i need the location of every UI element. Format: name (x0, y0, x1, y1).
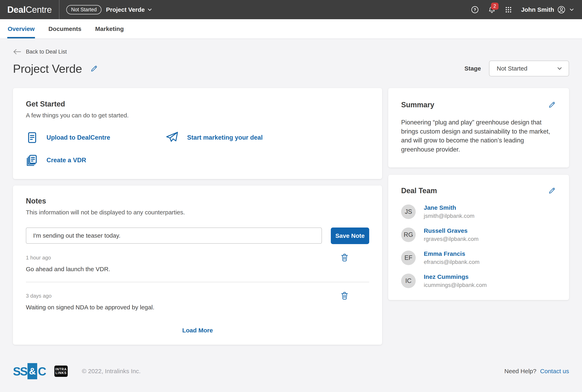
svg-text:?: ? (474, 8, 476, 12)
pencil-icon (90, 64, 98, 72)
summary-text: Pioneering “plug and play” greenhouse de… (401, 118, 556, 154)
create-vdr-label: Create a VDR (46, 156, 86, 164)
avatar: RG (401, 228, 416, 242)
stage-label: Stage (464, 65, 481, 72)
deal-stage-badge: Not Started (66, 5, 102, 14)
avatar: EF (401, 250, 416, 265)
pencil-icon (548, 101, 556, 109)
member-email: icummings@ilpbank.com (424, 282, 487, 288)
intralinks-logo: INTRA LINKS (54, 366, 68, 377)
tab-marketing[interactable]: Marketing (95, 19, 124, 38)
chevron-down-icon (569, 7, 575, 13)
team-member-row: RG Russell Graves rgraves@ilpbank.com (401, 227, 556, 242)
team-member-row: JS Jane Smith jsmith@ilpbank.com (401, 204, 556, 219)
load-more-button[interactable]: Load More (182, 327, 213, 334)
deal-overview-content: Back to Deal List Project Verde Stage No… (0, 38, 582, 358)
tab-overview[interactable]: Overview (7, 19, 35, 38)
member-name-link[interactable]: Emma Francis (424, 250, 480, 257)
documents-stack-icon (26, 154, 38, 166)
need-help-text: Need Help? (504, 368, 536, 374)
deal-tab-bar: Overview Documents Marketing (0, 19, 582, 38)
summary-title: Summary (401, 101, 434, 109)
upload-to-dealcentre-link[interactable]: Upload to DealCentre (26, 130, 110, 145)
send-plane-icon (165, 130, 179, 145)
save-note-button[interactable]: Save Note (331, 228, 369, 244)
member-email: rgraves@ilpbank.com (424, 236, 478, 242)
ssc-logo: SS & C (13, 363, 46, 379)
notes-subtitle: This information will not be displayed t… (26, 209, 369, 216)
edit-deal-team-button[interactable] (548, 186, 556, 194)
ssc-logo-amp: & (28, 363, 37, 379)
help-icon: ? (471, 6, 479, 14)
start-marketing-link[interactable]: Start marketing your deal (165, 130, 263, 145)
deal-switcher-label: Project Verde (106, 6, 145, 13)
upload-link-label: Upload to DealCentre (46, 134, 110, 141)
member-email: efrancis@ilpbank.com (424, 259, 480, 265)
note-text: Go ahead and launch the VDR. (26, 266, 369, 272)
avatar: IC (401, 274, 416, 288)
note-timestamp: 3 days ago (26, 293, 369, 299)
note-input[interactable] (26, 228, 322, 244)
member-email: jsmith@ilpbank.com (424, 213, 474, 219)
team-member-row: IC Inez Cummings icummings@ilpbank.com (401, 274, 556, 288)
summary-card: Summary Pioneering “plug and play” green… (388, 88, 569, 168)
note-item: 3 days ago Waiting on signed NDA to be a… (26, 282, 369, 320)
deal-switcher-dropdown[interactable]: Project Verde (106, 6, 153, 13)
back-link-label: Back to Deal List (26, 49, 67, 55)
deal-team-title: Deal Team (401, 186, 437, 195)
notes-card: Notes This information will not be displ… (13, 186, 382, 345)
intralinks-logo-line1: INTRA (55, 368, 67, 371)
delete-note-button[interactable] (340, 253, 349, 262)
document-icon (26, 131, 38, 144)
app-launcher-button[interactable] (505, 6, 512, 13)
notification-count-badge: 2 (491, 3, 498, 10)
ssc-logo-c: C (38, 364, 46, 378)
get-started-card: Get Started A few things you can do to g… (13, 88, 382, 179)
marketing-link-label: Start marketing your deal (187, 134, 263, 141)
avatar: JS (401, 204, 416, 219)
tab-documents[interactable]: Documents (48, 19, 82, 38)
team-member-row: EF Emma Francis efrancis@ilpbank.com (401, 250, 556, 265)
chevron-down-icon (556, 65, 563, 72)
page-footer: SS & C INTRA LINKS © 2022, Intralinks In… (0, 358, 582, 392)
page-title: Project Verde (13, 62, 82, 75)
get-started-title: Get Started (26, 100, 369, 108)
note-timestamp: 1 hour ago (26, 254, 369, 261)
stage-dropdown[interactable]: Not Started (489, 60, 569, 76)
dealcentre-logo[interactable]: DealCentre (7, 5, 52, 15)
top-app-bar: DealCentre Not Started Project Verde ? (0, 0, 582, 19)
note-text: Waiting on signed NDA to be approved by … (26, 304, 369, 311)
contact-us-link[interactable]: Contact us (540, 368, 569, 374)
user-account-menu[interactable]: John Smith (521, 6, 575, 14)
chevron-down-icon (147, 7, 153, 13)
get-started-subtitle: A few things you can do to get started. (26, 112, 369, 119)
member-name-link[interactable]: Russell Graves (424, 227, 478, 234)
brand-regular: Centre (26, 5, 52, 14)
deal-team-card: Deal Team JS Jane Sm (388, 175, 569, 300)
pencil-icon (548, 186, 556, 194)
notes-title: Notes (26, 197, 369, 205)
user-circle-icon (557, 6, 566, 14)
back-arrow-icon (13, 48, 22, 55)
notifications-button[interactable]: 2 (488, 6, 496, 14)
brand-bold: Deal (7, 5, 26, 14)
delete-note-button[interactable] (340, 291, 349, 300)
intralinks-logo-line2: LINKS (56, 371, 67, 375)
topbar-divider (59, 0, 60, 19)
trash-icon (340, 253, 349, 262)
note-item: 1 hour ago Go ahead and launch the VDR. (26, 244, 369, 282)
edit-summary-button[interactable] (548, 101, 556, 109)
ssc-logo-ss: SS (13, 364, 27, 378)
edit-deal-name-button[interactable] (90, 64, 98, 72)
member-name-link[interactable]: Jane Smith (424, 204, 474, 211)
trash-icon (340, 291, 349, 300)
member-name-link[interactable]: Inez Cummings (424, 274, 487, 280)
copyright-text: © 2022, Intralinks Inc. (82, 368, 141, 374)
stage-dropdown-value: Not Started (497, 65, 528, 72)
help-button[interactable]: ? (471, 6, 479, 14)
create-vdr-link[interactable]: Create a VDR (26, 154, 86, 166)
apps-grid-icon (505, 6, 512, 13)
user-name: John Smith (521, 6, 554, 13)
back-to-deal-list-link[interactable]: Back to Deal List (13, 48, 67, 55)
